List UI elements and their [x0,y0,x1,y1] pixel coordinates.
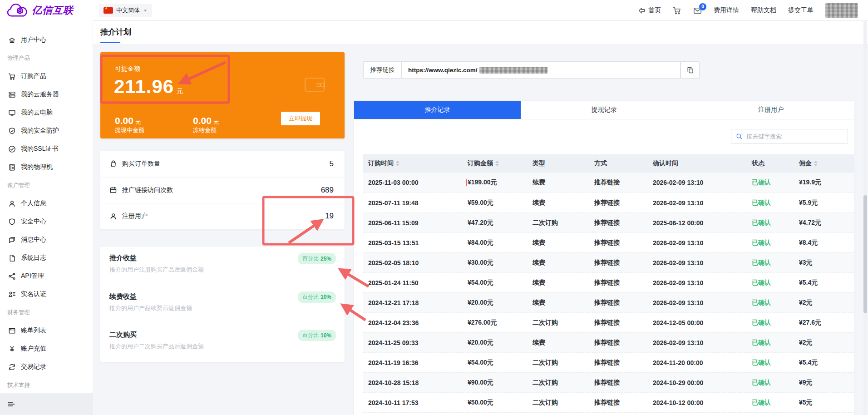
stat-icon [109,212,117,220]
tab[interactable]: 注册用户 [688,101,854,119]
ticket-link[interactable]: 提交工单 [788,6,814,15]
messages-button[interactable]: 0 [693,6,702,15]
stat-label: 注册用户 [122,212,148,220]
table-row: 2025-11-03 00:00 ¥199.00元 续费 推荐链接 2026-0… [363,173,854,193]
help-link[interactable]: 帮助文档 [751,6,776,15]
referral-link-label: 推荐链接 [363,61,401,79]
withdraw-button[interactable]: 立即提现 [281,112,320,125]
sidebar-item-label: 我的安全防护 [21,127,59,135]
sidebar-menu: 用户中心 管理产品 订购产品 我的云服务器 我的云电脑 [0,21,93,394]
sidebar-item[interactable]: API管理 [0,267,93,285]
available-amount-label: 可提金额 [115,65,140,73]
table-row: 2024-12-21 17:18 ¥20.00元 续费 推荐链接 2026-02… [363,292,854,312]
stat-row: 购买订单数量 5 [100,151,345,177]
table-row: 2025-06-11 15:09 ¥47.20元 二次订购 推荐链接 2025-… [363,212,854,232]
sidebar-item-label: 我的SSL证书 [21,145,58,153]
table-header: 订购时间 订购金额 类型 方式 [363,154,854,173]
search-input[interactable] [746,133,837,140]
sidebar-item[interactable]: 账户充值 [0,340,93,358]
sidebar-item-label: 技术支持 [7,381,30,389]
sidebar-item-label: 账户充值 [21,345,46,353]
sidebar-item[interactable]: 账单列表 [0,321,93,340]
earning-description: 推介的用户产品续费后返佣金额 [109,304,335,312]
sidebar-item[interactable]: 系统日志 [0,249,93,267]
sidebar-item-icon [8,127,16,135]
column-header[interactable]: 订购时间 [368,159,468,168]
column-header[interactable]: 类型 [533,159,594,168]
sidebar-item-icon [8,200,16,208]
sidebar-item-icon [8,254,16,262]
home-link[interactable]: 首页 [637,6,661,15]
column-header[interactable]: 佣金 [799,159,854,168]
sidebar-item[interactable]: 我的SSL证书 [0,140,93,158]
tab[interactable]: 提现记录 [521,101,687,119]
wallet-card: 可提金额 211.96元 0.00元 提现中金额 0.00元 冻结金额 立即提现 [100,52,345,138]
column-header[interactable]: 状态 [752,159,799,168]
scrollbar-thumb[interactable] [863,195,867,313]
sidebar-collapse-bar[interactable] [0,393,93,415]
sidebar-item[interactable]: 我的安全防护 [0,122,93,140]
table-row: 2024-11-25 09:33 ¥20.00元 续费 推荐链接 2026-02… [363,332,854,352]
title-underline [100,42,120,43]
earning-description: 推介的用户二次购买产品后返佣金额 [109,342,335,351]
sidebar-item[interactable]: 实名认证 [0,285,93,303]
search-icon [736,133,743,140]
tab[interactable]: 推介记录 [354,101,521,119]
column-header[interactable]: 订购金额 [468,159,533,168]
sidebar-item-icon [8,291,16,298]
cart-icon [673,6,681,15]
tab-label: 注册用户 [758,106,784,114]
referral-link-row: 推荐链接 https://www.qiezic.com/ [363,61,700,79]
sidebar-item-label: 用户中心 [21,36,46,44]
percentage-badge: 百分比25% [298,253,336,264]
copy-icon [686,66,694,74]
sidebar-item-label: 管理产品 [7,54,30,62]
copy-link-button[interactable] [681,61,700,79]
sidebar-item-label: 系统日志 [21,254,46,262]
frozen-amount: 0.00元 冻结金额 [193,115,219,134]
fees-link[interactable]: 费用详情 [714,6,739,15]
brand-logo[interactable]: 亿信互联 [5,2,74,19]
sidebar-item-icon [8,327,16,335]
referral-link-input[interactable]: https://www.qiezic.com/ [401,61,681,79]
column-header[interactable]: 方式 [594,159,653,168]
sort-arrows-icon [495,161,499,166]
sidebar-item-label: 安全中心 [21,217,46,226]
sidebar-item[interactable]: 我的物理机 [0,158,93,176]
sidebar-item-label: 订购产品 [21,72,46,80]
cn-flag-icon [104,7,113,14]
language-selector[interactable]: 中文简体 ▼ [99,4,152,17]
sidebar-item[interactable]: 我的云电脑 [0,104,93,122]
percentage-badge: 百分比10% [298,330,336,341]
sidebar-item: 技术支持 [0,376,93,394]
column-header[interactable]: 确认时间 [653,159,752,168]
sidebar-item-icon [8,145,16,153]
sidebar-item[interactable]: 个人信息 [0,194,93,212]
stat-label: 推广链接访问次数 [122,186,173,194]
sidebar-item[interactable]: 消息中心 [0,231,93,249]
main-content: 可提金额 211.96元 0.00元 提现中金额 0.00元 冻结金额 立即提现… [93,44,868,415]
cart-button[interactable] [673,6,681,15]
sidebar-item[interactable]: 交易记录 [0,358,93,376]
table-row: 2025-02-05 18:10 ¥30.00元 续费 推荐链接 2026-02… [363,252,854,272]
stat-value: 5 [330,159,334,168]
topbar-divider [93,20,868,21]
sidebar-item[interactable]: 安全中心 [0,212,93,231]
sidebar-item[interactable]: 我的云服务器 [0,85,93,104]
sidebar-item-icon [8,272,16,280]
language-label: 中文简体 [116,6,140,15]
cloud-logo-icon [5,2,29,19]
keyword-search[interactable] [731,129,848,144]
home-back-icon [637,6,646,15]
earning-block: 续费收益 推介的用户产品续费后返佣金额 百分比10% [100,285,345,324]
user-avatar[interactable] [825,3,858,18]
sidebar-item-label: 我的云电脑 [21,109,53,117]
sidebar-item[interactable]: 用户中心 [0,31,93,49]
stat-row: 推广链接访问次数 689 [100,177,345,203]
stat-icon [109,160,117,168]
sidebar-item[interactable]: 订购产品 [0,67,93,85]
sidebar-item-icon [8,363,16,371]
sidebar-item-label: 消息中心 [21,236,46,244]
tabs: 推介记录 提现记录 注册用户 [354,101,854,119]
sidebar-item-label: 交易记录 [21,363,46,371]
